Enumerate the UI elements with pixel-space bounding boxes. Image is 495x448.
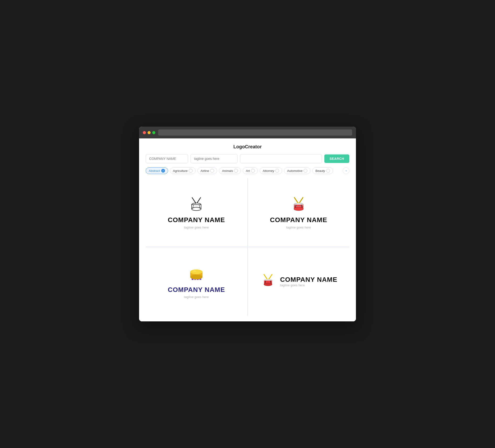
logo-tagline-1: tagline goes here: [184, 226, 209, 229]
svg-point-33: [264, 283, 272, 286]
drum-colored-icon: [289, 196, 308, 215]
app-content: LogoCreator SEARCH Abstract ✓ Agricultur…: [139, 139, 356, 321]
svg-point-34: [267, 279, 268, 280]
svg-point-26: [192, 270, 196, 272]
logo-text-block-4: COMPANY NAME tagline goes here: [280, 276, 337, 287]
drum-colored-sm-icon: [260, 273, 276, 290]
category-label: Airline: [201, 169, 209, 173]
category-airline[interactable]: Airline: [197, 168, 217, 174]
category-bar: Abstract ✓ Agriculture Airline Animals A…: [146, 168, 349, 174]
browser-chrome: [139, 127, 356, 139]
category-agriculture[interactable]: Agriculture: [170, 168, 196, 174]
category-check-airline: [210, 169, 214, 173]
traffic-lights: [143, 131, 155, 134]
svg-point-7: [195, 203, 196, 204]
category-label: Abstract: [149, 169, 160, 173]
category-automotive[interactable]: Automotive: [284, 168, 310, 174]
logo-company-name-1: COMPANY NAME: [168, 216, 225, 224]
category-check-art: [251, 169, 255, 173]
app-header: LogoCreator: [146, 144, 349, 150]
logo-tagline-4: tagline goes here: [280, 283, 337, 287]
logo-grid: COMPANY NAME tagline goes here: [146, 178, 349, 316]
category-check-animals: [234, 169, 238, 173]
svg-line-0: [192, 197, 196, 203]
search-bar: SEARCH: [146, 154, 349, 163]
browser-window: LogoCreator SEARCH Abstract ✓ Agricultur…: [139, 127, 356, 321]
category-label: Agriculture: [173, 169, 188, 173]
app-title: LogoCreator: [233, 144, 262, 149]
category-abstract[interactable]: Abstract ✓: [146, 168, 168, 174]
category-check-attorney: [275, 169, 279, 173]
category-check-beauty: [326, 169, 330, 173]
category-check-agriculture: [189, 169, 192, 173]
logo-card-1[interactable]: COMPANY NAME tagline goes here: [146, 178, 247, 247]
svg-point-14: [294, 207, 303, 210]
drum-gold-icon: [186, 264, 206, 284]
logo-card-inner-2: COMPANY NAME tagline goes here: [270, 196, 327, 229]
logo-card-3[interactable]: COMPANY NAME tagline goes here: [146, 247, 247, 316]
category-check-abstract: ✓: [161, 169, 165, 173]
svg-point-17: [299, 202, 300, 203]
svg-point-16: [297, 202, 298, 203]
category-label: Animals: [222, 169, 233, 173]
category-next-button[interactable]: →: [343, 168, 349, 174]
logo-card-4[interactable]: COMPANY NAME tagline goes here: [248, 247, 350, 316]
drum-outline-icon: [187, 196, 206, 215]
svg-line-1: [197, 197, 201, 203]
logo-card-2[interactable]: COMPANY NAME tagline goes here: [248, 178, 350, 247]
traffic-light-red[interactable]: [143, 131, 146, 134]
company-name-input[interactable]: [146, 154, 188, 163]
logo-card-inner-3: COMPANY NAME tagline goes here: [168, 264, 225, 299]
traffic-light-yellow[interactable]: [148, 131, 151, 134]
extra-search-input[interactable]: [240, 154, 322, 163]
address-bar: [158, 129, 352, 136]
search-button[interactable]: SEARCH: [324, 154, 349, 163]
logo-company-name-3: COMPANY NAME: [168, 286, 225, 294]
svg-point-24: [190, 275, 203, 280]
logo-tagline-3: tagline goes here: [184, 295, 209, 299]
logo-tagline-2: tagline goes here: [286, 226, 311, 229]
logo-card-inner-1: COMPANY NAME tagline goes here: [168, 196, 225, 229]
category-art[interactable]: Art: [243, 168, 258, 174]
category-beauty[interactable]: Beauty: [312, 168, 333, 174]
logo-company-name-4: COMPANY NAME: [280, 276, 337, 283]
svg-point-4: [192, 207, 201, 210]
traffic-light-green[interactable]: [152, 131, 155, 134]
logo-card-inner-4: COMPANY NAME tagline goes here: [260, 273, 337, 290]
svg-line-28: [269, 274, 272, 280]
category-animals[interactable]: Animals: [219, 168, 241, 174]
category-check-automotive: [303, 169, 307, 173]
category-attorney[interactable]: Attorney: [260, 168, 282, 174]
svg-point-35: [268, 278, 269, 279]
tagline-input[interactable]: [191, 154, 238, 163]
category-label: Attorney: [263, 169, 274, 173]
svg-point-25: [190, 269, 203, 274]
category-label: Art: [246, 169, 250, 173]
category-label: Beauty: [315, 169, 325, 173]
logo-company-name-2: COMPANY NAME: [270, 216, 327, 224]
category-label: Automotive: [287, 169, 302, 173]
